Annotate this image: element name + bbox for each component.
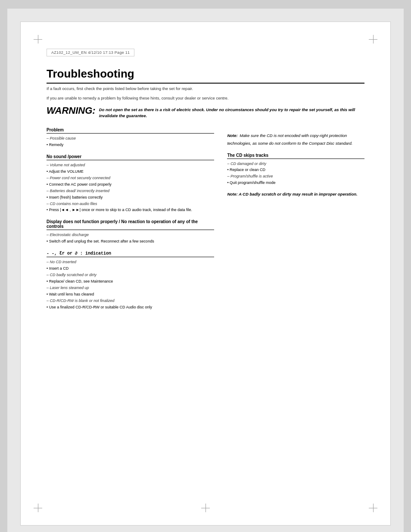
list-item: Insert a CD — [47, 266, 214, 272]
list-item: Press |◄◄ , ►►| once or more to skip to … — [47, 207, 214, 213]
bottom-note: Note: A CD badly scratch or dirty may re… — [227, 191, 364, 197]
indication-header-text: - -, Ɛr or ∂ : indication — [47, 251, 111, 256]
note-text: Make sure the CD is not encoded with cop… — [227, 133, 352, 146]
warning-text: Do not open the set as there is a risk o… — [99, 105, 364, 119]
list-item: Program/shuffle is active — [227, 174, 364, 180]
note-box: Note: Make sure the CD is not encoded wi… — [227, 131, 364, 147]
list-item: CD contains non-audio files — [47, 201, 214, 207]
problem-section-header: Problem — [47, 128, 214, 134]
list-item: Power cord not securely connected — [47, 175, 214, 181]
list-item: CD badly scratched or dirty — [47, 272, 214, 278]
header-bar: AZ102_12_UM_EN 4/12/10 17:13 Page 11 — [47, 49, 134, 56]
list-item: Wait until lens has cleared — [47, 292, 214, 298]
warning-label: WARNING: — [47, 105, 96, 116]
page-wrapper: AZ102_12_UM_EN 4/12/10 17:13 Page 11 Tro… — [7, 9, 404, 532]
intro-line-1: If a fault occurs, first check the point… — [47, 86, 364, 92]
right-column: Note: Make sure the CD is not encoded wi… — [227, 128, 364, 311]
list-item: Switch off and unplug the set. Reconnect… — [47, 239, 214, 245]
no-sound-list: Volume not adjusted Adjust the VOLUME Po… — [47, 162, 214, 214]
reg-mark-top-right — [369, 35, 377, 44]
header-bar-text: AZ102_12_UM_EN 4/12/10 17:13 Page 11 — [51, 50, 130, 55]
list-item: Batteries dead/ incorrectly inserted — [47, 188, 214, 194]
page-title: Troubleshooting — [47, 67, 364, 84]
reg-mark-bottom-center — [201, 504, 210, 512]
problem-cause: Possible cause — [47, 136, 214, 142]
indication-list: No CD inserted Insert a CD CD badly scra… — [47, 259, 214, 311]
list-item: Adjust the VOLUME — [47, 169, 214, 175]
problem-list: Possible cause Remedy — [47, 136, 214, 148]
no-sound-header: No sound /power — [47, 154, 214, 160]
note-label: Note: — [227, 133, 237, 138]
list-item: Replace or clean CD — [227, 167, 364, 173]
list-item: Insert (fresh) batteries correctly — [47, 195, 214, 201]
list-item: CD damaged or dirty — [227, 161, 364, 167]
left-column: Problem Possible cause Remedy No sound /… — [47, 128, 214, 311]
list-item: CD-R/CD-RW is blank or not finalized — [47, 298, 214, 304]
list-item: Volume not adjusted — [47, 162, 214, 168]
list-item: Connect the AC power cord properly — [47, 182, 214, 188]
list-item: Replace/ clean CD, see Maintenance — [47, 279, 214, 285]
list-item: Electrostatic discharge — [47, 232, 214, 238]
list-item: Laser lens steamed up — [47, 285, 214, 291]
intro-line-2: If you are unable to remedy a problem by… — [47, 95, 364, 101]
list-item: Use a finalized CD-R/CD-RW or suitable C… — [47, 305, 214, 311]
page: AZ102_12_UM_EN 4/12/10 17:13 Page 11 Tro… — [20, 22, 391, 526]
display-list: Electrostatic discharge Switch off and u… — [47, 232, 214, 245]
reg-mark-bottom-left — [34, 504, 42, 512]
display-section-header: Display does not function properly / No … — [47, 219, 214, 230]
warning-box: WARNING: Do not open the set as there is… — [47, 105, 364, 119]
list-item: Quit program/shuffle mode — [227, 180, 364, 186]
two-column-layout: Problem Possible cause Remedy No sound /… — [47, 128, 364, 311]
reg-mark-bottom-right — [369, 504, 377, 512]
cd-skips-list: CD damaged or dirty Replace or clean CD … — [227, 161, 364, 187]
problem-remedy: Remedy — [47, 142, 214, 148]
indication-header: - -, Ɛr or ∂ : indication — [47, 251, 214, 257]
reg-mark-top-left — [34, 35, 42, 44]
list-item: No CD inserted — [47, 259, 214, 265]
cd-skips-header: The CD skips tracks — [227, 153, 364, 159]
